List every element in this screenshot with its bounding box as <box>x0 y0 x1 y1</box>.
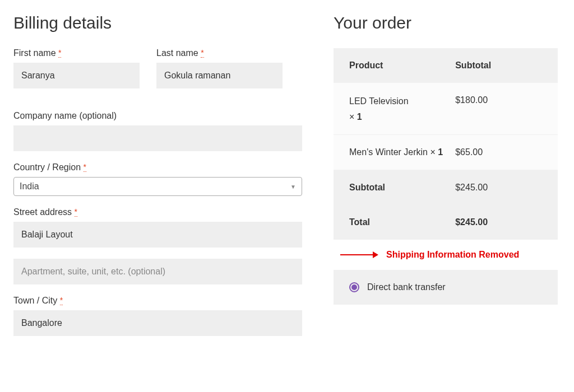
arrow-right-icon <box>339 250 378 259</box>
country-label-text: Country / Region <box>13 162 81 172</box>
city-label: Town / City * <box>13 296 302 306</box>
order-item-qty: × 1 <box>349 112 362 122</box>
order-heading: Your order <box>334 13 558 32</box>
order-item-price: $65.00 <box>455 147 542 157</box>
radio-dot <box>351 284 357 290</box>
first-name-label: First name * <box>13 48 140 58</box>
street-address-label: Street address * <box>13 207 302 217</box>
order-header-product: Product <box>349 60 455 71</box>
street-address-input-1[interactable] <box>13 222 302 248</box>
last-name-label: Last name * <box>156 48 283 58</box>
annotation-text: Shipping Information Removed <box>386 250 519 260</box>
last-name-input[interactable] <box>156 63 283 88</box>
order-header-row: Product Subtotal <box>334 48 558 83</box>
first-name-label-text: First name <box>13 48 56 58</box>
annotation-callout: Shipping Information Removed <box>339 250 558 260</box>
order-table: Product Subtotal LED Television × 1 $180… <box>334 48 558 240</box>
required-asterisk: * <box>75 207 77 217</box>
order-subtotal-value: $245.00 <box>455 183 542 193</box>
city-input[interactable] <box>13 310 302 336</box>
order-item-product: LED Television × 1 <box>349 95 455 122</box>
order-subtotal-label: Subtotal <box>349 183 455 193</box>
city-label-text: Town / City <box>13 296 57 305</box>
last-name-label-text: Last name <box>156 48 198 58</box>
required-asterisk: * <box>201 48 203 58</box>
order-total-row: Total $245.00 <box>334 205 558 240</box>
svg-marker-1 <box>373 251 378 258</box>
order-total-label: Total <box>349 217 455 227</box>
required-asterisk: * <box>58 48 61 58</box>
country-select[interactable]: India ▼ <box>13 177 302 196</box>
order-item-row: Men's Winter Jerkin × 1 $65.00 <box>334 135 558 170</box>
payment-option-direct-bank[interactable]: Direct bank transfer <box>349 282 542 292</box>
street-address-input-2[interactable] <box>13 259 302 284</box>
order-item-price: $180.00 <box>455 95 542 122</box>
city-group: Town / City * <box>13 296 302 336</box>
order-item-row: LED Television × 1 $180.00 <box>334 83 558 135</box>
last-name-group: Last name * <box>156 48 283 88</box>
order-item-name: Men's Winter Jerkin <box>349 147 428 157</box>
your-order-section: Your order Product Subtotal LED Televisi… <box>334 13 558 347</box>
company-name-input[interactable] <box>13 125 302 151</box>
order-total-value: $245.00 <box>455 217 542 227</box>
required-asterisk: * <box>84 162 86 172</box>
radio-selected-icon[interactable] <box>349 282 359 292</box>
country-label: Country / Region * <box>13 162 302 172</box>
street-address-group: Street address * <box>13 207 302 248</box>
payment-methods-box: Direct bank transfer <box>334 270 558 305</box>
country-group: Country / Region * India ▼ <box>13 162 302 196</box>
order-item-name: LED Television <box>349 95 455 108</box>
order-item-qty: × 1 <box>430 147 443 157</box>
country-select-wrapper: India ▼ <box>13 177 302 196</box>
first-name-group: First name * <box>13 48 140 88</box>
street-address-label-text: Street address <box>13 207 72 217</box>
required-asterisk: * <box>60 296 63 305</box>
billing-details-section: Billing details First name * Last name *… <box>13 13 302 347</box>
company-name-group: Company name (optional) <box>13 111 302 151</box>
order-subtotal-row: Subtotal $245.00 <box>334 170 558 205</box>
chevron-down-icon: ▼ <box>290 184 296 190</box>
first-name-input[interactable] <box>13 63 140 88</box>
order-item-product: Men's Winter Jerkin × 1 <box>349 147 455 157</box>
payment-option-label: Direct bank transfer <box>367 282 446 292</box>
country-selected-text: India <box>20 181 39 192</box>
company-name-label: Company name (optional) <box>13 111 302 121</box>
order-header-subtotal: Subtotal <box>455 60 542 71</box>
street-address-2-group <box>13 259 302 284</box>
billing-heading: Billing details <box>13 13 302 32</box>
